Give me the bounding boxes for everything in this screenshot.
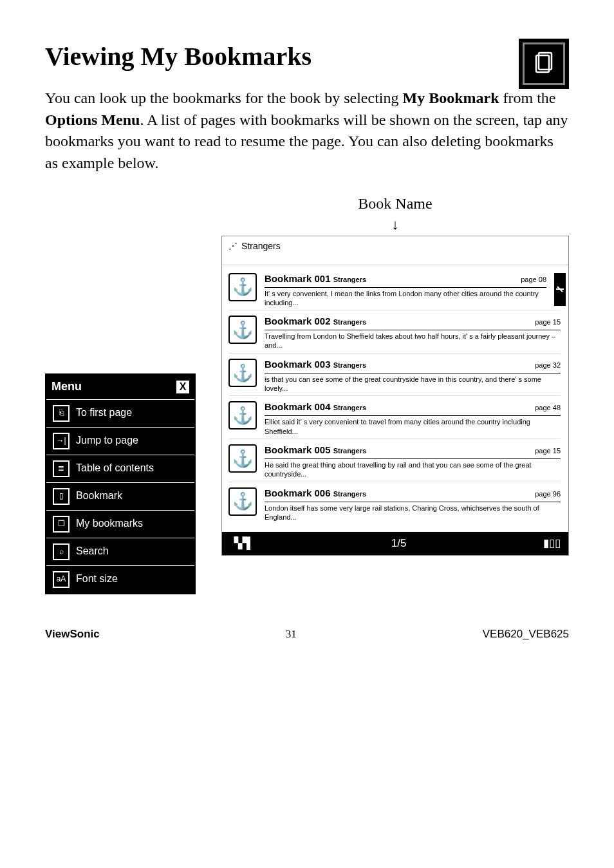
intro-paragraph: You can look up the bookmarks for the bo… <box>45 88 569 174</box>
page-title: Viewing My Bookmarks <box>45 39 569 75</box>
menu-item-search[interactable]: ⌕ Search <box>46 538 194 565</box>
bookmark-row[interactable]: ⚓Bookmark 003 Strangerspage 32is that yo… <box>228 354 561 397</box>
first-page-icon: ⎗ <box>53 405 70 422</box>
anchor-icon: ⚓ <box>228 487 257 516</box>
bookmark-row[interactable]: ⚓Bookmark 004 Strangerspage 48Elliot sai… <box>228 396 561 439</box>
device-book-title: Strangers <box>241 240 281 253</box>
anchor-icon: ⚓ <box>228 359 257 387</box>
menu-item-label: Table of contents <box>76 461 154 475</box>
anchor-icon: ⚓ <box>228 273 257 301</box>
page-indicator: 1/5 <box>254 536 543 551</box>
bookmark-title: Bookmark 006 Strangers <box>265 486 366 500</box>
bookmark-page: page 32 <box>535 361 561 370</box>
anchor-icon: ⚓ <box>228 401 257 429</box>
menu-item-toc[interactable]: ≣ Table of contents <box>46 455 194 482</box>
bookmark-page: page 48 <box>535 403 561 413</box>
bookmark-icon: ▯ <box>53 488 70 505</box>
my-bookmarks-icon: ❐ <box>53 516 70 533</box>
device-status-bar: ▝▞▌ 1/5 ▮▯▯ <box>222 532 568 555</box>
book-name-label: Book Name <box>221 193 569 215</box>
menu-item-jump-page[interactable]: →| Jump to page <box>46 427 194 455</box>
arrow-down-icon: ↓ <box>221 218 569 232</box>
bookmark-page: page 96 <box>535 489 561 499</box>
bookmark-page: page 15 <box>535 317 561 327</box>
bookmark-title: Bookmark 004 Strangers <box>265 400 366 413</box>
bookmark-snippet: is that you can see some of the great co… <box>265 375 561 393</box>
menu-item-my-bookmarks[interactable]: ❐ My bookmarks <box>46 510 194 538</box>
bookmark-title: Bookmark 003 Strangers <box>265 357 366 371</box>
bookmark-page: page 08 <box>521 275 546 285</box>
bookmark-title: Bookmark 005 Strangers <box>265 443 366 457</box>
bookmark-snippet: He said the great thing about travelling… <box>265 460 561 479</box>
bookmark-snippet: London itself has some very large rail s… <box>265 504 561 522</box>
bookmark-snippet: It' s very convenient, I mean the links … <box>265 289 546 308</box>
menu-item-bookmark[interactable]: ▯ Bookmark <box>46 482 194 510</box>
menu-item-label: Bookmark <box>76 489 122 503</box>
footer-page-number: 31 <box>286 627 297 642</box>
footer-brand: ViewSonic <box>45 627 100 642</box>
delete-bookmark-handle[interactable] <box>554 273 566 307</box>
menu-item-first-page[interactable]: ⎗ To first page <box>46 399 194 427</box>
options-menu-panel: Menu X ⎗ To first page →| Jump to page ≣… <box>45 373 196 594</box>
bookmark-page: page 15 <box>535 446 561 456</box>
bookmark-title: Bookmark 002 Strangers <box>265 314 366 328</box>
menu-header-label: Menu <box>51 379 82 395</box>
device-screen: ⋰ Strangers ⚓Bookmark 001 Strangerspage … <box>221 236 569 556</box>
anchor-icon: ⚓ <box>228 316 257 344</box>
menu-item-label: Search <box>76 544 109 558</box>
menu-item-font-size[interactable]: aA Font size <box>46 565 194 593</box>
anchor-icon: ⚓ <box>228 444 257 473</box>
bookmark-snippet: Travelling from London to Sheffield take… <box>265 332 561 350</box>
signal-icon: ▝▞▌ <box>230 536 254 551</box>
menu-item-label: Jump to page <box>76 433 138 448</box>
bookmark-row[interactable]: ⚓Bookmark 006 Strangerspage 96London its… <box>228 482 561 525</box>
menu-item-label: To first page <box>76 406 132 420</box>
bookmark-row[interactable]: ⚓Bookmark 001 Strangerspage 08It' s very… <box>228 268 561 311</box>
loading-icon: ⋰ <box>228 240 236 253</box>
jump-page-icon: →| <box>53 433 70 449</box>
bookmark-row[interactable]: ⚓Bookmark 005 Strangerspage 15He said th… <box>228 439 561 482</box>
search-icon: ⌕ <box>53 543 70 560</box>
bookmark-list: ⚓Bookmark 001 Strangerspage 08It' s very… <box>222 265 568 527</box>
font-size-icon: aA <box>53 571 70 588</box>
bookmark-row[interactable]: ⚓Bookmark 002 Strangerspage 15Travelling… <box>228 310 561 354</box>
bookmark-snippet: Elliot said it' s very convenient to tra… <box>265 417 561 436</box>
menu-close-button[interactable]: X <box>176 381 189 393</box>
toc-icon: ≣ <box>53 460 70 477</box>
battery-icon: ▮▯▯ <box>543 536 561 551</box>
bookmarks-icon <box>519 39 569 89</box>
bookmark-title: Bookmark 001 Strangers <box>265 272 366 285</box>
menu-item-label: My bookmarks <box>76 516 143 531</box>
footer-model: VEB620_VEB625 <box>483 627 569 642</box>
menu-item-label: Font size <box>76 572 118 586</box>
